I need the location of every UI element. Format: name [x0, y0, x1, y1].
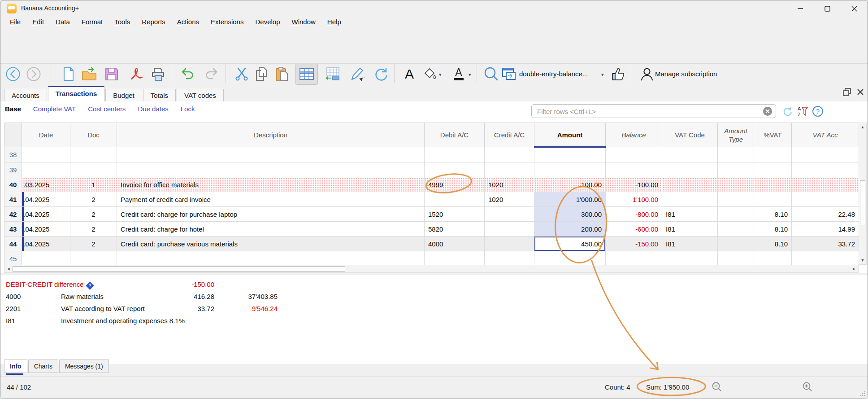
cell-vat_code[interactable] — [662, 177, 718, 192]
menu-file[interactable]: File — [4, 17, 26, 28]
cell-pvat[interactable]: 8.10 — [754, 207, 792, 222]
cell-amount[interactable]: 300.00 — [534, 207, 606, 222]
cell-debit[interactable]: 5820 — [425, 222, 485, 237]
cell-debit[interactable] — [425, 162, 485, 177]
cell-balance[interactable]: -100.00 — [606, 177, 662, 192]
scroll-down-icon[interactable]: ▼ — [859, 257, 866, 264]
menu-data[interactable]: Data — [50, 17, 76, 28]
vertical-scrollbar[interactable]: ▲ ▼ — [859, 123, 867, 265]
zoom-out-icon[interactable] — [712, 381, 722, 394]
row-number[interactable]: 44 — [4, 237, 22, 251]
cell-date[interactable]: .03.2025 — [22, 177, 70, 192]
cell-date[interactable] — [22, 147, 70, 162]
scroll-right-icon[interactable]: ► — [851, 265, 858, 272]
cell-amount_type[interactable] — [718, 207, 754, 222]
cell-amount[interactable]: 100.00 — [534, 177, 606, 192]
row-number[interactable]: 43 — [4, 222, 22, 237]
clear-filter-icon[interactable] — [762, 106, 773, 118]
cell-vat_code[interactable]: I81 — [662, 207, 718, 222]
table-row-45[interactable]: 45 — [4, 251, 859, 266]
cell-debit[interactable] — [425, 192, 485, 207]
menu-tools[interactable]: Tools — [108, 17, 136, 28]
cell-vat_code[interactable]: I81 — [662, 237, 718, 251]
cell-vat_acc[interactable] — [792, 162, 859, 177]
cell-debit[interactable]: 4000 — [425, 237, 485, 251]
cell-balance[interactable]: -800.00 — [606, 207, 662, 222]
column-header-debit-a-c[interactable]: Debit A/C — [425, 123, 485, 147]
cell-date[interactable]: .04.2025 — [22, 207, 70, 222]
cell-vat_acc[interactable]: 22.48 — [792, 207, 859, 222]
cell-doc[interactable]: 2 — [70, 237, 117, 251]
tab-vat-codes[interactable]: VAT codes — [177, 89, 224, 101]
column-header-amount-type[interactable]: Amount Type — [718, 123, 754, 147]
cell-doc[interactable] — [70, 251, 117, 266]
cell-amount_type[interactable] — [718, 177, 754, 192]
column-header--vat[interactable]: %VAT — [754, 123, 792, 147]
cell-date[interactable]: .04.2025 — [22, 237, 70, 251]
menu-edit[interactable]: Edit — [26, 17, 50, 28]
cell-pvat[interactable] — [754, 162, 792, 177]
cell-vat_acc[interactable] — [792, 192, 859, 207]
row-number[interactable]: 45 — [4, 251, 22, 266]
cell-credit[interactable]: 1020 — [485, 192, 534, 207]
column-header-amount[interactable]: Amount — [534, 123, 606, 147]
column-header-credit-a-c[interactable]: Credit A/C — [485, 123, 534, 147]
table-row-40[interactable]: 40.03.20251Invoice for office materials4… — [4, 177, 859, 192]
scroll-left-icon[interactable]: ◄ — [5, 265, 12, 272]
cell-description[interactable] — [117, 162, 425, 177]
sort-filter-icon[interactable]: AZ — [797, 105, 808, 117]
cell-description[interactable]: Invoice for office materials — [117, 177, 425, 192]
transactions-table[interactable]: DateDocDescriptionDebit A/CCredit A/CAmo… — [4, 123, 859, 266]
cell-amount_type[interactable] — [718, 251, 754, 266]
cell-description[interactable]: Credit card: charge for hotel — [117, 222, 425, 237]
cell-vat_acc[interactable] — [792, 177, 859, 192]
tab-transactions[interactable]: Transactions — [48, 86, 105, 101]
cell-date[interactable]: .04.2025 — [22, 222, 70, 237]
tab-accounts[interactable]: Accounts — [4, 89, 47, 101]
cell-vat_acc[interactable] — [792, 147, 859, 162]
row-number[interactable]: 38 — [4, 147, 22, 162]
cell-debit[interactable] — [425, 147, 485, 162]
row-number[interactable]: 41 — [4, 192, 22, 207]
maximize-button[interactable] — [814, 0, 841, 17]
close-pane-icon[interactable] — [857, 88, 864, 97]
column-header-doc[interactable]: Doc — [70, 123, 117, 147]
cell-credit[interactable] — [485, 222, 534, 237]
cell-doc[interactable]: 2 — [70, 207, 117, 222]
row-number[interactable]: 42 — [4, 207, 22, 222]
help-icon[interactable]: ? — [812, 105, 824, 117]
bottom-tab-messages-1-[interactable]: Messages (1) — [59, 360, 109, 373]
cell-description[interactable]: Credit card: charge for purchase laptop — [117, 207, 425, 222]
column-header-description[interactable]: Description — [117, 123, 425, 147]
filter-rows-input[interactable] — [536, 105, 758, 118]
cell-credit[interactable] — [485, 251, 534, 266]
cell-vat_code[interactable] — [662, 251, 718, 266]
cell-amount[interactable] — [534, 251, 606, 266]
cell-doc[interactable] — [70, 147, 117, 162]
cell-amount[interactable] — [534, 162, 606, 177]
cell-pvat[interactable] — [754, 147, 792, 162]
resize-grip[interactable] — [859, 390, 866, 397]
subnav-base[interactable]: Base — [5, 105, 21, 113]
cell-debit[interactable]: 1520 — [425, 207, 485, 222]
tab-totals[interactable]: Totals — [143, 89, 176, 101]
menu-format[interactable]: Format — [76, 17, 109, 28]
cell-vat_acc[interactable]: 14.99 — [792, 222, 859, 237]
cell-pvat[interactable]: 8.10 — [754, 237, 792, 251]
help-diamond-icon[interactable]: ? — [86, 281, 94, 289]
cell-date[interactable] — [22, 251, 70, 266]
cell-description[interactable]: Payment of credit card invoice — [117, 192, 425, 207]
subnav-complete-vat[interactable]: Complete VAT — [33, 105, 76, 113]
cell-pvat[interactable] — [754, 251, 792, 266]
cell-credit[interactable] — [485, 207, 534, 222]
cell-date[interactable]: .04.2025 — [22, 192, 70, 207]
cell-debit[interactable] — [425, 251, 485, 266]
menu-help[interactable]: Help — [321, 17, 347, 28]
column-header-vat-code[interactable]: VAT Code — [662, 123, 718, 147]
row-number[interactable]: 39 — [4, 162, 22, 177]
scroll-up-icon[interactable]: ▲ — [859, 123, 866, 131]
column-header-row-number[interactable] — [4, 123, 22, 147]
cell-amount_type[interactable] — [718, 147, 754, 162]
cell-vat_acc[interactable]: 33.72 — [792, 237, 859, 251]
tab-budget[interactable]: Budget — [105, 89, 142, 101]
